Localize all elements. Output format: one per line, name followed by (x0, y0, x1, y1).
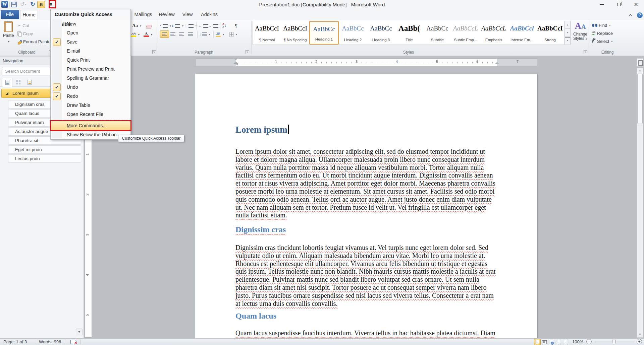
align-right-button[interactable] (179, 30, 184, 38)
doc-heading-lorem-ipsum[interactable]: Lorem ipsum (235, 125, 289, 135)
print-layout-view-button[interactable] (534, 339, 541, 345)
menu-item-new[interactable]: New (51, 19, 130, 28)
doc-heading-quam-lacus[interactable]: Quam lacus (235, 312, 276, 321)
multilevel-list-button[interactable]: ⋮▾ (184, 22, 197, 29)
doc-paragraph-3[interactable]: Quam lacus suspendisse faucibus interdum… (235, 329, 498, 337)
vertical-scrollbar[interactable]: ▲ ▼ (637, 68, 643, 338)
menu-item-save[interactable]: ✓ Save (51, 38, 130, 47)
right-indent-marker[interactable] (495, 62, 499, 64)
nav-heading-eget-mi-proin[interactable]: Eget mi proin (8, 145, 81, 154)
tab-review[interactable]: Review (158, 10, 175, 19)
zoom-level-indicator[interactable]: 100% (572, 339, 583, 345)
style-title[interactable]: AaBb(Title (395, 21, 423, 45)
style-heading-3[interactable]: AaBbCcHeading 3 (367, 21, 395, 45)
align-left-button[interactable] (160, 30, 169, 38)
outline-view-button[interactable] (555, 339, 562, 345)
gallery-more-icon[interactable]: ▾ (565, 37, 571, 45)
menu-item-quick-print[interactable]: Quick Print (51, 56, 130, 65)
zoom-slider-handle[interactable] (612, 340, 615, 344)
text-highlight-button[interactable]: ab ▾ (131, 31, 140, 38)
style-subtitle[interactable]: AaBbCcSubtitle (423, 21, 451, 45)
style-subtle-emphasis[interactable]: AaBbCcLSubtle Emp... (451, 21, 480, 45)
page-count-indicator[interactable]: Page: 1 of 3 (3, 339, 27, 345)
gallery-scroll-down-icon[interactable]: ▾ (565, 29, 571, 37)
word-count-indicator[interactable]: Words: 996 (39, 339, 61, 345)
tab-mailings[interactable]: Mailings (133, 10, 153, 19)
tab-view[interactable]: View (180, 10, 195, 19)
draft-view-button[interactable] (562, 339, 569, 345)
show-formatting-marks-button[interactable]: ¶ (235, 22, 237, 29)
doc-heading-dignissim-cras[interactable]: Dignissim cras (235, 225, 286, 234)
close-button[interactable]: × (634, 2, 638, 7)
decrease-indent-button[interactable]: ← (199, 22, 208, 29)
proofing-errors-icon[interactable] (70, 340, 76, 344)
style-emphasis[interactable]: AaBbCcLEmphasis (480, 21, 508, 45)
doc-paragraph-1[interactable]: Lorem ipsum dolor sit amet, consectetur … (235, 148, 498, 219)
document-page[interactable]: Lorem ipsum Lorem ipsum dolor sit amet, … (195, 74, 537, 338)
style-heading-1[interactable]: AaBbCcHeading 1 (309, 21, 339, 45)
menu-item-redo[interactable]: ✓ Redo (51, 92, 130, 101)
replace-button[interactable]: abac Replace (592, 29, 613, 37)
collapse-triangle-icon[interactable] (6, 92, 8, 95)
paste-button[interactable]: Paste ▾ (1, 21, 15, 52)
full-screen-reading-view-button[interactable] (541, 339, 548, 345)
zoom-out-button[interactable]: – (586, 339, 592, 344)
menu-item-open-recent-file[interactable]: Open Recent File (51, 110, 130, 119)
nav-scroll-down-button[interactable]: ▼ (76, 329, 83, 335)
gallery-scroll-up-icon[interactable]: ▴ (565, 21, 571, 29)
doc-paragraph-2[interactable]: Dignissim cras tincidunt lobortis feugia… (235, 244, 498, 307)
line-spacing-button[interactable]: ↕ ▾ (200, 30, 210, 38)
format-painter-button[interactable]: Format Painter (17, 38, 52, 45)
scrollbar-thumb[interactable] (637, 74, 643, 124)
help-icon[interactable]: ? (637, 12, 643, 18)
restore-button[interactable] (617, 3, 621, 6)
font-dialog-launcher[interactable] (152, 50, 156, 54)
copy-button[interactable]: Copy (17, 30, 33, 37)
nav-heading-lectus-proin[interactable]: Lectus proin (8, 154, 81, 163)
bullets-button[interactable]: •▾ (160, 22, 171, 29)
cut-button[interactable]: ✂ Cut (17, 22, 29, 29)
web-layout-view-button[interactable] (548, 339, 555, 345)
style-normal[interactable]: AaBbCcI¶ Normal (253, 21, 281, 45)
style-strong[interactable]: AaBbCcIStrong (536, 21, 564, 45)
styles-dialog-launcher[interactable] (584, 50, 587, 54)
menu-item-open[interactable]: Open (51, 28, 130, 38)
sort-button[interactable]: AZ ↓ (222, 22, 226, 29)
align-center-button[interactable] (170, 30, 175, 38)
change-case-button[interactable]: Aa ▾ (132, 22, 141, 29)
font-color-button[interactable]: A ▾ (144, 31, 152, 38)
first-line-indent-marker[interactable] (234, 58, 238, 60)
browse-headings-tab[interactable] (2, 78, 12, 87)
select-button[interactable]: Select ▾ (592, 38, 612, 45)
minimize-ribbon-icon[interactable] (629, 14, 632, 17)
menu-item-draw-table[interactable]: Draw Table (51, 101, 130, 110)
shading-button[interactable]: ▾ (216, 30, 224, 38)
menu-item-email[interactable]: E-mail (51, 47, 130, 56)
paste-dropdown-icon[interactable]: ▾ (8, 40, 9, 43)
menu-item-spelling-grammar[interactable]: Spelling & Grammar (51, 74, 130, 83)
menu-item-print-preview[interactable]: Print Preview and Print (51, 65, 130, 74)
justify-button[interactable] (188, 30, 193, 38)
left-indent-marker[interactable] (234, 63, 238, 65)
paragraph-dialog-launcher[interactable] (246, 50, 249, 54)
tab-file[interactable]: File (1, 10, 19, 19)
tab-home[interactable]: Home (20, 10, 38, 19)
style-heading-2[interactable]: AaBbCcHeading 2 (339, 21, 367, 45)
menu-item-more-commands[interactable]: More Commands... (51, 121, 130, 130)
zoom-in-button[interactable]: + (637, 339, 642, 344)
indent-markers[interactable] (234, 58, 238, 65)
scroll-down-icon[interactable]: ▼ (637, 332, 643, 337)
horizontal-ruler[interactable]: 1 2 3 4 5 6 7 (195, 58, 537, 66)
view-ruler-toggle-button[interactable] (637, 58, 643, 67)
change-styles-button[interactable]: AA ChangeStyles ▾ (572, 21, 589, 54)
menu-item-undo[interactable]: ✓ Undo (51, 83, 130, 92)
borders-button[interactable]: ▾ (229, 30, 237, 38)
style-intense-emphasis[interactable]: AaBbCclIntense Em... (508, 21, 536, 45)
browse-results-tab[interactable] (24, 78, 35, 87)
browse-pages-tab[interactable] (13, 78, 23, 87)
increase-indent-button[interactable]: → (209, 22, 218, 29)
clear-formatting-button[interactable] (146, 22, 152, 29)
style-no-spacing[interactable]: AaBbCcI¶ No Spacing (281, 21, 309, 45)
tab-addins[interactable]: Add-Ins (200, 10, 219, 19)
numbering-button[interactable]: 1▾ (172, 22, 183, 29)
